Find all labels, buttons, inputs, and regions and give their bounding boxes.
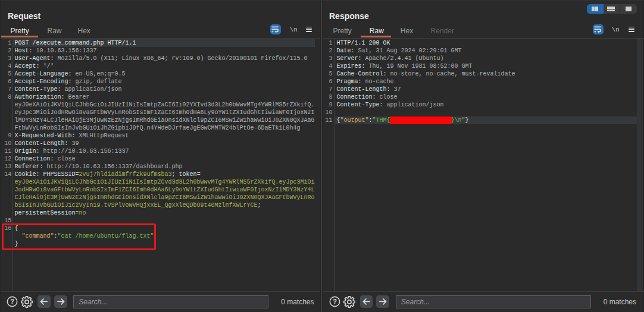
svg-text:?: ? <box>10 298 14 305</box>
svg-text:?: ? <box>333 298 337 305</box>
